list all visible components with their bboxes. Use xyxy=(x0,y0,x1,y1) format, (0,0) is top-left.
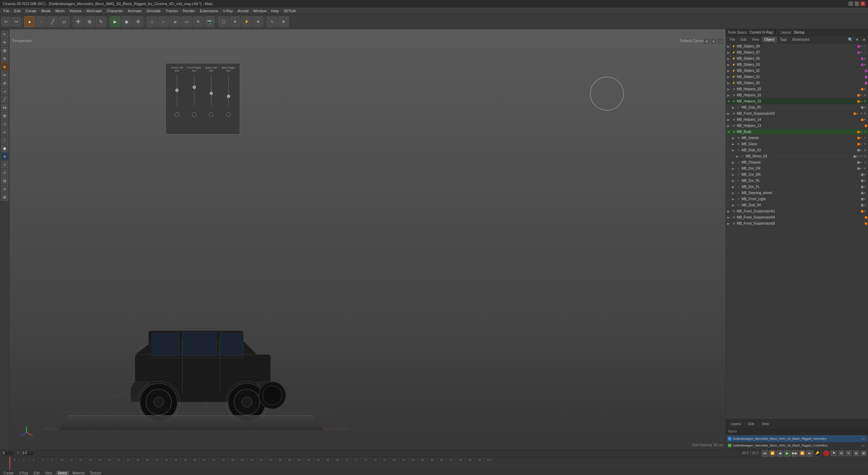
expand-icon[interactable]: ▼ xyxy=(727,100,731,103)
obj-row-frontlight[interactable]: ▶ ○ MB_Front_Light ● xyxy=(726,196,868,202)
tool-layer[interactable]: ≡ xyxy=(1,185,8,193)
x-icon[interactable]: ✕ xyxy=(864,142,867,146)
obj-row-glass[interactable]: ▶ ⊙ MB_Glass ● ✕ xyxy=(726,141,868,147)
toolbar-deformer[interactable]: ≋ xyxy=(230,16,240,27)
menu-arnold[interactable]: Arnold xyxy=(236,8,251,14)
toolbar-sphere[interactable]: ○ xyxy=(158,16,169,27)
lock-icon[interactable]: ○ xyxy=(864,45,867,48)
slider-fl-handle[interactable] xyxy=(175,89,179,92)
btm-tab-create[interactable]: Create xyxy=(1,471,16,475)
slider-bl[interactable] xyxy=(211,75,212,110)
obj-row-steering[interactable]: ▶ ○ MB_Steering_wheel ● xyxy=(726,190,868,196)
btn-next-key[interactable]: ⏩ xyxy=(799,450,806,457)
color-dot[interactable] xyxy=(861,118,864,121)
color-dot[interactable] xyxy=(857,131,860,133)
obj-row-frontsus04[interactable]: ▶ ⊙ MB_Front_Suspension04 xyxy=(726,214,868,221)
slider-br[interactable] xyxy=(228,75,229,110)
color-dot[interactable] xyxy=(857,149,860,152)
toolbar-cube[interactable]: □ xyxy=(146,16,157,27)
color-dot[interactable] xyxy=(857,137,860,139)
vis-icon[interactable]: ● xyxy=(864,57,867,60)
menu-edit[interactable]: Edit xyxy=(12,8,23,14)
color-dot[interactable] xyxy=(861,192,864,194)
extra-icon[interactable]: ⊞ xyxy=(864,112,867,115)
expand-icon[interactable]: ▶ xyxy=(727,63,731,66)
expand-icon[interactable]: ▶ xyxy=(732,191,736,195)
obj-row-frontsus01[interactable]: ▶ ⊙ MB_Front_Suspension01 ● xyxy=(726,208,868,214)
btn-prev-key[interactable]: ⏪ xyxy=(769,450,776,457)
obj-row-helpers13[interactable]: ▶ ⊙ MB_Helpers_13 xyxy=(726,123,868,129)
layer-vis-geo[interactable]: ● xyxy=(862,437,864,440)
vis-icon[interactable]: ● xyxy=(864,88,867,91)
tool-grab[interactable]: ☉ xyxy=(1,169,8,176)
extra-tl-btn2[interactable]: ⊠ xyxy=(861,450,867,456)
btm-tab-material[interactable]: Material xyxy=(71,471,87,475)
vis-icon[interactable]: ● xyxy=(860,161,864,164)
vis-icon[interactable]: ● xyxy=(856,112,860,115)
color-dot[interactable] xyxy=(865,70,867,72)
viewport[interactable]: View Cameras Display Options Filter Pane… xyxy=(9,29,726,450)
menu-extensions[interactable]: Extensions xyxy=(198,8,220,14)
color-dot[interactable] xyxy=(861,106,864,109)
tool-morph[interactable]: ⊛ xyxy=(1,193,8,201)
vis-icon[interactable]: ● xyxy=(864,118,867,121)
expand-icon[interactable]: ▶ xyxy=(732,173,736,176)
frame-start-input[interactable]: 0 xyxy=(1,451,15,456)
btm-tab-vray[interactable]: V-Ray xyxy=(17,471,30,475)
tool-knife[interactable]: ⊘ xyxy=(1,79,8,87)
slider-fl[interactable] xyxy=(177,75,177,110)
obj-row-dor-fl[interactable]: ▶ ○ MB_Dor_FL ● xyxy=(726,184,868,190)
menu-file[interactable]: File xyxy=(1,8,12,14)
menu-character[interactable]: Character xyxy=(105,8,125,14)
tool-flatten[interactable]: ⊟ xyxy=(1,177,8,185)
settings-button-tl[interactable]: ⚙ xyxy=(838,450,844,456)
x-icon[interactable]: ✕ xyxy=(860,155,864,158)
toolbar-polygon-mode[interactable]: ▱ xyxy=(59,16,70,27)
toolbar-null[interactable]: ◯ xyxy=(218,16,229,27)
extra-icon[interactable]: ⊞ xyxy=(864,149,867,152)
obj-row-chassis[interactable]: ▶ ○ MB_Chassis ● ✕ xyxy=(726,159,868,166)
obj-row-dor-fr[interactable]: ▶ ○ MB_Dor_FR ● ⊞ xyxy=(726,166,868,172)
obj-row-sliders03[interactable]: ▶ ⚡ MB_Sliders_03 ● xyxy=(726,62,868,68)
color-dot[interactable] xyxy=(861,173,864,176)
vis-icon[interactable]: ● xyxy=(860,149,864,152)
color-dot[interactable] xyxy=(861,210,864,213)
color-dot[interactable] xyxy=(853,155,856,158)
menu-mode[interactable]: Mode xyxy=(39,8,53,14)
expand-icon[interactable]: ▼ xyxy=(727,130,731,134)
steering-controller[interactable] xyxy=(590,77,624,111)
obj-row-helpers16[interactable]: ▶ ⊙ MB_Helpers_16 ● ⊞ xyxy=(726,92,868,98)
color-dot[interactable] xyxy=(865,125,867,127)
menu-animate[interactable]: Animate xyxy=(126,8,143,14)
vis-icon[interactable]: ● xyxy=(860,94,864,97)
tool-bevel[interactable]: ◇ xyxy=(1,120,8,128)
search-icon[interactable]: 🔍 xyxy=(848,37,853,42)
toolbar-plane[interactable]: ▭ xyxy=(181,16,192,27)
obj-row-disk04[interactable]: ▶ ○ MB_Disk_04 ● xyxy=(726,202,868,208)
expand-icon[interactable]: ▶ xyxy=(727,51,731,54)
color-dot[interactable] xyxy=(865,222,867,225)
key-add-button[interactable]: ⚑ xyxy=(831,450,837,456)
viewport-maximize[interactable]: □ xyxy=(717,39,723,44)
extra-icon[interactable]: ⊞ xyxy=(864,100,867,103)
extra-tl-btn[interactable]: ⊞ xyxy=(853,450,859,456)
slider-fr-handle[interactable] xyxy=(193,86,196,89)
tab-tags[interactable]: Tags xyxy=(777,37,789,42)
slider-br-handle[interactable] xyxy=(227,95,230,98)
expand-icon[interactable]: ▶ xyxy=(732,149,736,152)
obj-row-sliders01[interactable]: ▶ ⚡ MB_Sliders_01 xyxy=(726,74,868,80)
vis-icon[interactable]: ● xyxy=(860,136,864,140)
obj-row-body[interactable]: ▼ ⊙ MB_Body ● ✕ xyxy=(726,129,868,135)
toolbar-camera[interactable]: 📷 xyxy=(204,16,215,27)
tool-ring[interactable]: ○ xyxy=(1,136,8,144)
toolbar-xref[interactable]: ⊕ xyxy=(278,16,289,27)
color-dot[interactable] xyxy=(861,179,864,182)
tab-edit[interactable]: Edit xyxy=(738,37,749,42)
tab-bookmarks[interactable]: Bookmarks xyxy=(790,37,812,42)
vis-icon[interactable]: ● xyxy=(860,130,864,134)
layout-value[interactable]: Startup xyxy=(794,31,805,34)
expand-icon[interactable]: ▶ xyxy=(727,118,731,121)
obj-row-sliders02[interactable]: ▶ ⚡ MB_Sliders_02 xyxy=(726,68,868,74)
btn-play[interactable]: ▶ xyxy=(784,450,791,457)
expand-icon[interactable]: ▶ xyxy=(732,204,736,207)
